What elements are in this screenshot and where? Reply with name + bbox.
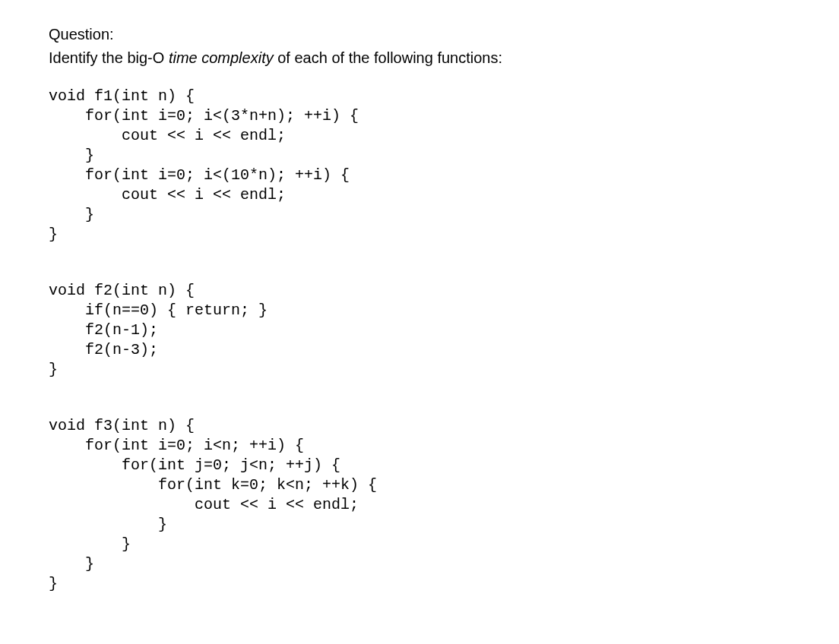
code-block-f3: void f3(int n) { for(int i=0; i<n; ++i) … bbox=[49, 416, 790, 594]
question-prompt: Identify the big-O time complexity of ea… bbox=[49, 48, 790, 68]
prompt-text-before: Identify the big-O bbox=[49, 49, 169, 66]
prompt-italic: time complexity bbox=[169, 49, 274, 66]
code-block-f1: void f1(int n) { for(int i=0; i<(3*n+n);… bbox=[49, 87, 790, 245]
question-header: Question: bbox=[49, 24, 790, 45]
code-block-f2: void f2(int n) { if(n==0) { return; } f2… bbox=[49, 281, 790, 380]
prompt-text-after: of each of the following functions: bbox=[274, 49, 502, 66]
